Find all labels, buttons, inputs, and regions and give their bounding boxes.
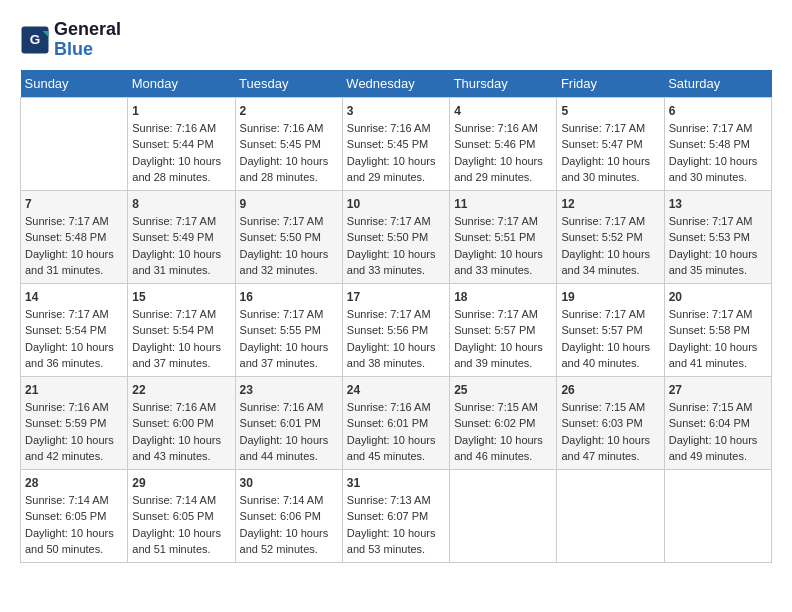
day-number: 6 (669, 102, 767, 120)
day-header-thursday: Thursday (450, 70, 557, 98)
daylight-text: Daylight: 10 hours and 49 minutes. (669, 432, 767, 465)
sunset-text: Sunset: 6:01 PM (347, 415, 445, 432)
calendar-cell (21, 97, 128, 190)
day-number: 5 (561, 102, 659, 120)
calendar-cell: 20 Sunrise: 7:17 AM Sunset: 5:58 PM Dayl… (664, 283, 771, 376)
calendar-header-row: SundayMondayTuesdayWednesdayThursdayFrid… (21, 70, 772, 98)
day-number: 2 (240, 102, 338, 120)
sunrise-text: Sunrise: 7:15 AM (454, 399, 552, 416)
calendar-cell: 22 Sunrise: 7:16 AM Sunset: 6:00 PM Dayl… (128, 376, 235, 469)
daylight-text: Daylight: 10 hours and 52 minutes. (240, 525, 338, 558)
day-number: 13 (669, 195, 767, 213)
daylight-text: Daylight: 10 hours and 34 minutes. (561, 246, 659, 279)
day-number: 28 (25, 474, 123, 492)
sunrise-text: Sunrise: 7:15 AM (669, 399, 767, 416)
logo-icon: G (20, 25, 50, 55)
daylight-text: Daylight: 10 hours and 35 minutes. (669, 246, 767, 279)
calendar-table: SundayMondayTuesdayWednesdayThursdayFrid… (20, 70, 772, 563)
daylight-text: Daylight: 10 hours and 32 minutes. (240, 246, 338, 279)
day-header-monday: Monday (128, 70, 235, 98)
sunset-text: Sunset: 6:01 PM (240, 415, 338, 432)
daylight-text: Daylight: 10 hours and 30 minutes. (561, 153, 659, 186)
daylight-text: Daylight: 10 hours and 43 minutes. (132, 432, 230, 465)
day-number: 3 (347, 102, 445, 120)
day-number: 24 (347, 381, 445, 399)
calendar-cell: 31 Sunrise: 7:13 AM Sunset: 6:07 PM Dayl… (342, 469, 449, 562)
calendar-cell: 14 Sunrise: 7:17 AM Sunset: 5:54 PM Dayl… (21, 283, 128, 376)
daylight-text: Daylight: 10 hours and 28 minutes. (240, 153, 338, 186)
day-number: 17 (347, 288, 445, 306)
day-header-tuesday: Tuesday (235, 70, 342, 98)
sunrise-text: Sunrise: 7:16 AM (240, 120, 338, 137)
sunrise-text: Sunrise: 7:17 AM (132, 306, 230, 323)
daylight-text: Daylight: 10 hours and 51 minutes. (132, 525, 230, 558)
day-number: 7 (25, 195, 123, 213)
day-header-sunday: Sunday (21, 70, 128, 98)
calendar-cell: 10 Sunrise: 7:17 AM Sunset: 5:50 PM Dayl… (342, 190, 449, 283)
calendar-cell: 13 Sunrise: 7:17 AM Sunset: 5:53 PM Dayl… (664, 190, 771, 283)
sunset-text: Sunset: 5:54 PM (25, 322, 123, 339)
calendar-cell: 3 Sunrise: 7:16 AM Sunset: 5:45 PM Dayli… (342, 97, 449, 190)
calendar-cell: 8 Sunrise: 7:17 AM Sunset: 5:49 PM Dayli… (128, 190, 235, 283)
sunrise-text: Sunrise: 7:14 AM (25, 492, 123, 509)
sunrise-text: Sunrise: 7:15 AM (561, 399, 659, 416)
calendar-cell: 4 Sunrise: 7:16 AM Sunset: 5:46 PM Dayli… (450, 97, 557, 190)
day-header-friday: Friday (557, 70, 664, 98)
calendar-cell: 9 Sunrise: 7:17 AM Sunset: 5:50 PM Dayli… (235, 190, 342, 283)
week-row-2: 7 Sunrise: 7:17 AM Sunset: 5:48 PM Dayli… (21, 190, 772, 283)
daylight-text: Daylight: 10 hours and 37 minutes. (240, 339, 338, 372)
daylight-text: Daylight: 10 hours and 50 minutes. (25, 525, 123, 558)
sunset-text: Sunset: 5:52 PM (561, 229, 659, 246)
sunset-text: Sunset: 5:48 PM (25, 229, 123, 246)
week-row-5: 28 Sunrise: 7:14 AM Sunset: 6:05 PM Dayl… (21, 469, 772, 562)
sunset-text: Sunset: 5:45 PM (347, 136, 445, 153)
day-number: 22 (132, 381, 230, 399)
sunset-text: Sunset: 5:46 PM (454, 136, 552, 153)
calendar-cell: 7 Sunrise: 7:17 AM Sunset: 5:48 PM Dayli… (21, 190, 128, 283)
sunset-text: Sunset: 5:57 PM (561, 322, 659, 339)
calendar-cell: 23 Sunrise: 7:16 AM Sunset: 6:01 PM Dayl… (235, 376, 342, 469)
logo-text: General Blue (54, 20, 121, 60)
day-header-wednesday: Wednesday (342, 70, 449, 98)
day-number: 25 (454, 381, 552, 399)
day-number: 23 (240, 381, 338, 399)
sunset-text: Sunset: 6:06 PM (240, 508, 338, 525)
calendar-cell: 16 Sunrise: 7:17 AM Sunset: 5:55 PM Dayl… (235, 283, 342, 376)
daylight-text: Daylight: 10 hours and 29 minutes. (454, 153, 552, 186)
day-number: 1 (132, 102, 230, 120)
sunset-text: Sunset: 5:49 PM (132, 229, 230, 246)
sunset-text: Sunset: 5:56 PM (347, 322, 445, 339)
daylight-text: Daylight: 10 hours and 38 minutes. (347, 339, 445, 372)
sunset-text: Sunset: 6:07 PM (347, 508, 445, 525)
calendar-cell (664, 469, 771, 562)
calendar-cell: 21 Sunrise: 7:16 AM Sunset: 5:59 PM Dayl… (21, 376, 128, 469)
sunrise-text: Sunrise: 7:16 AM (132, 399, 230, 416)
sunset-text: Sunset: 6:04 PM (669, 415, 767, 432)
sunrise-text: Sunrise: 7:17 AM (454, 213, 552, 230)
day-number: 4 (454, 102, 552, 120)
calendar-cell: 24 Sunrise: 7:16 AM Sunset: 6:01 PM Dayl… (342, 376, 449, 469)
daylight-text: Daylight: 10 hours and 37 minutes. (132, 339, 230, 372)
sunrise-text: Sunrise: 7:14 AM (240, 492, 338, 509)
daylight-text: Daylight: 10 hours and 53 minutes. (347, 525, 445, 558)
sunrise-text: Sunrise: 7:17 AM (669, 306, 767, 323)
calendar-cell: 12 Sunrise: 7:17 AM Sunset: 5:52 PM Dayl… (557, 190, 664, 283)
day-number: 26 (561, 381, 659, 399)
daylight-text: Daylight: 10 hours and 42 minutes. (25, 432, 123, 465)
day-number: 29 (132, 474, 230, 492)
day-number: 12 (561, 195, 659, 213)
calendar-cell: 29 Sunrise: 7:14 AM Sunset: 6:05 PM Dayl… (128, 469, 235, 562)
calendar-cell: 2 Sunrise: 7:16 AM Sunset: 5:45 PM Dayli… (235, 97, 342, 190)
sunrise-text: Sunrise: 7:17 AM (561, 120, 659, 137)
calendar-cell: 17 Sunrise: 7:17 AM Sunset: 5:56 PM Dayl… (342, 283, 449, 376)
week-row-3: 14 Sunrise: 7:17 AM Sunset: 5:54 PM Dayl… (21, 283, 772, 376)
sunrise-text: Sunrise: 7:17 AM (669, 213, 767, 230)
week-row-1: 1 Sunrise: 7:16 AM Sunset: 5:44 PM Dayli… (21, 97, 772, 190)
calendar-cell (450, 469, 557, 562)
sunset-text: Sunset: 5:47 PM (561, 136, 659, 153)
sunrise-text: Sunrise: 7:17 AM (132, 213, 230, 230)
daylight-text: Daylight: 10 hours and 39 minutes. (454, 339, 552, 372)
calendar-cell: 19 Sunrise: 7:17 AM Sunset: 5:57 PM Dayl… (557, 283, 664, 376)
sunrise-text: Sunrise: 7:17 AM (25, 306, 123, 323)
sunset-text: Sunset: 5:53 PM (669, 229, 767, 246)
